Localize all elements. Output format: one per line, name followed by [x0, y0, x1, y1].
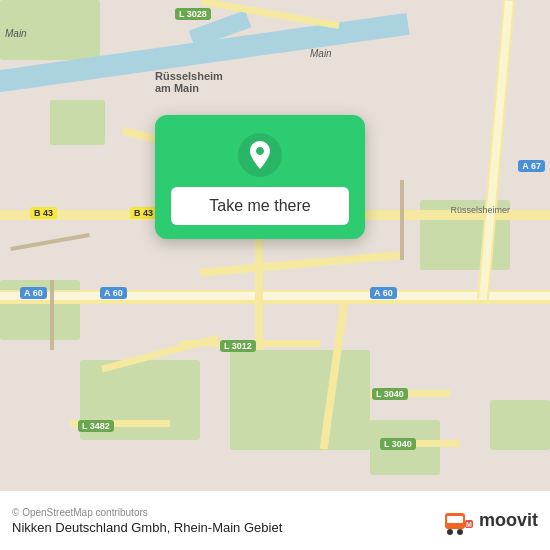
- label-a60-left: A 60: [20, 287, 47, 299]
- green-area-8: [50, 100, 105, 145]
- green-area-5: [490, 400, 550, 450]
- map-area[interactable]: Main Main Rüsselsheimam Main Rüsselsheim…: [0, 0, 550, 490]
- moovit-logo: M moovit: [443, 505, 538, 537]
- main-label-2: Main: [310, 48, 332, 59]
- moovit-icon: M: [443, 505, 475, 537]
- city-label: Rüsselsheimam Main: [155, 70, 223, 94]
- main-label-1: Main: [5, 28, 27, 39]
- label-l3040-1: L 3040: [372, 388, 408, 400]
- bottom-bar: © OpenStreetMap contributors Nikken Deut…: [0, 490, 550, 550]
- svg-point-3: [447, 529, 453, 535]
- russelsheimer-label: Rüsselsheimer: [450, 205, 510, 215]
- svg-rect-2: [447, 516, 463, 523]
- road-a60-line: [0, 292, 550, 300]
- local-road-2: [50, 280, 54, 350]
- label-a60-mid: A 60: [100, 287, 127, 299]
- location-pin-icon: [238, 133, 282, 177]
- label-a60-right: A 60: [370, 287, 397, 299]
- label-b43-right: B 43: [130, 207, 157, 219]
- svg-point-4: [457, 529, 463, 535]
- label-l3028: L 3028: [175, 8, 211, 20]
- take-me-there-button[interactable]: Take me there: [171, 187, 349, 225]
- svg-text:M: M: [466, 521, 472, 528]
- copyright-text: © OpenStreetMap contributors: [12, 507, 282, 518]
- location-popup: Take me there: [155, 115, 365, 239]
- label-a67: A 67: [518, 160, 545, 172]
- label-l3012: L 3012: [220, 340, 256, 352]
- location-name: Nikken Deutschland Gmbh, Rhein-Main Gebi…: [12, 520, 282, 535]
- label-l3482: L 3482: [78, 420, 114, 432]
- local-road-3: [400, 180, 404, 260]
- label-l3040-2: L 3040: [380, 438, 416, 450]
- bottom-info: © OpenStreetMap contributors Nikken Deut…: [12, 507, 282, 535]
- moovit-brand-text: moovit: [479, 510, 538, 531]
- label-b43-left: B 43: [30, 207, 57, 219]
- green-area-2: [230, 350, 370, 450]
